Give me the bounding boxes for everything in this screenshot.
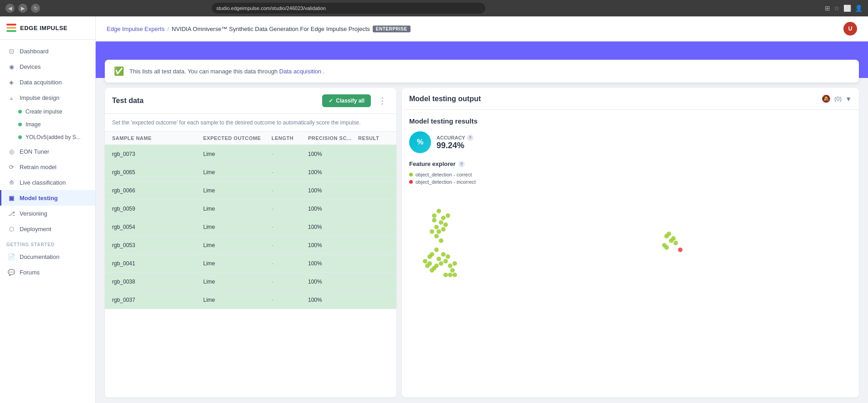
scatter-dot-correct xyxy=(664,245,669,250)
cell-expected: Lime xyxy=(203,169,272,176)
expand-icon[interactable]: ▼ xyxy=(845,95,852,103)
sidebar-item-image[interactable]: Image xyxy=(0,118,95,131)
info-icon: ✅ xyxy=(114,66,124,76)
scatter-dot-correct xyxy=(443,273,448,277)
accuracy-value: 99.24% xyxy=(437,141,473,150)
table-row[interactable]: rgb_0073 Lime - 100% ⋮ xyxy=(105,145,396,163)
col-result: RESULT xyxy=(358,135,396,141)
main-content: Edge Impulse Experts / NVIDIA Omniverse™… xyxy=(96,16,868,403)
dot-indicator xyxy=(18,110,22,114)
scatter-dot-correct xyxy=(671,236,676,241)
scatter-dot-correct xyxy=(434,234,439,238)
sidebar-item-label: Devices xyxy=(20,63,41,70)
scatter-dot-correct xyxy=(667,232,671,236)
sub-item-label: Image xyxy=(26,121,41,128)
breadcrumb-project: NVIDIA Omniverse™ Synthetic Data Generat… xyxy=(172,26,370,32)
feature-explorer-help-icon[interactable]: ? xyxy=(458,161,465,167)
panel-header-actions: ✓ Classify all ⋮ xyxy=(322,94,389,107)
scatter-dot-correct xyxy=(452,261,457,266)
accuracy-help-icon[interactable]: ? xyxy=(467,134,473,141)
refresh-button[interactable]: ↻ xyxy=(31,4,40,13)
breadcrumb: Edge Impulse Experts / NVIDIA Omniverse™… xyxy=(107,26,411,32)
sidebar-item-deployment[interactable]: ⬡ Deployment xyxy=(0,221,95,237)
cell-precision: 100% xyxy=(308,297,358,303)
sidebar-item-devices[interactable]: ◉ Devices xyxy=(0,59,95,74)
cell-length: - xyxy=(272,187,308,194)
sidebar-item-documentation[interactable]: 📄 Documentation xyxy=(0,249,95,264)
table-row[interactable]: rgb_0054 Lime - 100% ⋮ xyxy=(105,218,396,236)
logo-text: EDGE IMPULSE xyxy=(20,25,67,31)
table-row[interactable]: rgb_0053 Lime - 100% ⋮ xyxy=(105,236,396,254)
accuracy-info: ACCURACY ? 99.24% xyxy=(437,134,473,150)
table-row[interactable]: rgb_0038 Lime - 100% ⋮ xyxy=(105,273,396,291)
cell-length: - xyxy=(272,151,308,157)
sidebar-item-data-acquisition[interactable]: ◈ Data acquisition xyxy=(0,74,95,90)
top-bar: Edge Impulse Experts / NVIDIA Omniverse™… xyxy=(96,16,868,41)
breadcrumb-org[interactable]: Edge Impulse Experts xyxy=(107,26,164,32)
cell-length: - xyxy=(272,242,308,248)
sidebar: EDGE IMPULSE ⊡ Dashboard ◉ Devices ◈ Dat… xyxy=(0,16,96,403)
getting-started-label: GETTING STARTED xyxy=(0,237,95,249)
scatter-dot-correct xyxy=(446,213,450,218)
sidebar-item-label: Forums xyxy=(20,269,40,276)
deployment-icon: ⬡ xyxy=(8,225,15,232)
sidebar-item-forums[interactable]: 💬 Forums xyxy=(0,264,95,280)
cell-precision: 100% xyxy=(308,224,358,230)
sidebar-item-label: Data acquisition xyxy=(20,79,62,86)
user-avatar[interactable]: U xyxy=(843,22,857,36)
cell-name: rgb_0059 xyxy=(112,206,203,212)
account-icon: 👤 xyxy=(855,5,863,12)
logo-icon xyxy=(6,24,16,32)
cell-length: - xyxy=(272,279,308,285)
col-length: LENGTH xyxy=(272,135,308,141)
legend-item-incorrect: object_detection - incorrect xyxy=(409,179,852,185)
scatter-dot-correct xyxy=(441,252,446,257)
sidebar-item-create-impulse[interactable]: Create impulse xyxy=(0,105,95,118)
table-row[interactable]: rgb_0041 Lime - 100% ⋮ xyxy=(105,254,396,273)
cell-expected: Lime xyxy=(203,187,272,194)
eon-icon: ◎ xyxy=(8,148,15,155)
test-data-header: Test data ✓ Classify all ⋮ xyxy=(105,88,396,114)
classify-all-button[interactable]: ✓ Classify all xyxy=(322,94,371,107)
scatter-dot-correct xyxy=(439,261,443,266)
sidebar-item-live-classification[interactable]: ⟰ Live classification xyxy=(0,175,95,190)
accuracy-label: ACCURACY ? xyxy=(437,134,473,141)
forward-button[interactable]: ▶ xyxy=(18,4,27,13)
sidebar-item-label: EON Tuner xyxy=(20,148,49,155)
sidebar-item-dashboard[interactable]: ⊡ Dashboard xyxy=(0,43,95,59)
sidebar-item-versioning[interactable]: ⎇ Versioning xyxy=(0,206,95,221)
table-row[interactable]: rgb_0059 Lime - 100% ⋮ xyxy=(105,200,396,218)
cell-name: rgb_0066 xyxy=(112,187,203,194)
cell-name: rgb_0065 xyxy=(112,169,203,176)
cell-length: - xyxy=(272,297,308,303)
table-row[interactable]: rgb_0065 Lime - 100% ⋮ xyxy=(105,163,396,181)
sidebar-item-eon-tuner[interactable]: ◎ EON Tuner xyxy=(0,144,95,159)
accuracy-circle: % xyxy=(409,131,431,153)
accuracy-row: % ACCURACY ? 99.24% xyxy=(409,131,852,153)
scatter-dot-correct xyxy=(434,225,439,229)
model-panel-actions: 🔕 (0) ▼ xyxy=(822,94,852,103)
info-bar: ✅ This lists all test data. You can mana… xyxy=(105,60,859,83)
more-options-button[interactable]: ⋮ xyxy=(375,95,389,107)
sidebar-item-model-testing[interactable]: ▣ Model testing xyxy=(0,190,95,206)
cell-name: rgb_0054 xyxy=(112,224,203,230)
sidebar-item-retrain-model[interactable]: ⟳ Retrain model xyxy=(0,159,95,175)
sidebar-item-yolov5[interactable]: YOLOv5(added by S... xyxy=(0,131,95,144)
table-row[interactable]: rgb_0037 Lime - 100% ⋮ xyxy=(105,291,396,309)
legend: object_detection - correct object_detect… xyxy=(409,172,852,185)
data-acquisition-link[interactable]: Data acquisition xyxy=(279,68,322,75)
table-row[interactable]: rgb_0066 Lime - 100% ⋮ xyxy=(105,181,396,200)
cell-name: rgb_0041 xyxy=(112,260,203,267)
cell-length: - xyxy=(272,224,308,230)
scatter-dot-correct xyxy=(441,216,446,220)
sidebar-item-impulse-design[interactable]: ⟁ Impulse design xyxy=(0,90,95,105)
sidebar-item-label: Impulse design xyxy=(20,94,59,101)
url-bar[interactable]: studio.edgeimpulse.com/studio/246023/val… xyxy=(212,3,485,14)
logo-container: EDGE IMPULSE xyxy=(0,16,95,40)
scatter-dot-correct xyxy=(434,248,439,252)
bell-icon: 🔕 xyxy=(822,94,831,103)
cell-precision: 100% xyxy=(308,169,358,176)
dot-indicator xyxy=(18,123,22,126)
cell-expected: Lime xyxy=(203,279,272,285)
back-button[interactable]: ◀ xyxy=(5,4,15,13)
